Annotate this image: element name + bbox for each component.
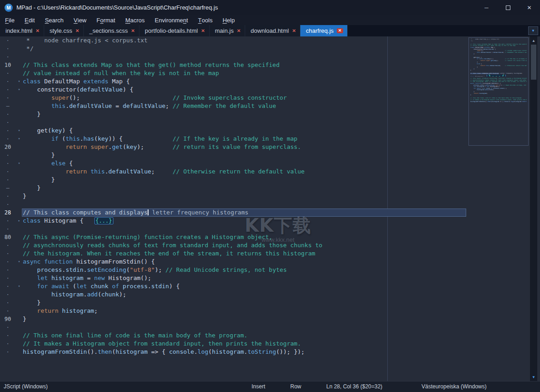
code-text[interactable]: // value instead of null when the key is… xyxy=(23,69,219,77)
code-text[interactable]: class Histogram { {...} xyxy=(23,217,113,225)
code-text[interactable]: } xyxy=(23,110,41,118)
code-line[interactable]: · let histogram = new Histogram(); xyxy=(0,274,540,282)
code-line[interactable]: 20 return super.get(key); // return its … xyxy=(0,143,540,151)
code-text[interactable]: } xyxy=(23,299,41,307)
code-text[interactable]: histogram.add(chunk); xyxy=(23,290,126,299)
code-text[interactable]: * node charfreq.js < corpus.txt xyxy=(23,36,148,45)
code-line[interactable]: ·▾ constructor(defaultValue) { xyxy=(0,86,540,94)
code-line[interactable]: 28// This class computes and displays le… xyxy=(0,209,540,217)
minimize-button[interactable]: ─ xyxy=(476,0,497,15)
menu-item-format[interactable]: Format xyxy=(92,15,120,25)
code-text[interactable]: else { xyxy=(23,159,73,168)
code-line[interactable]: ·▸class Histogram { {...} xyxy=(0,217,540,225)
code-text[interactable]: } xyxy=(23,315,26,323)
menu-item-edit[interactable]: Edit xyxy=(20,15,40,25)
fold-open-icon[interactable]: ▾ xyxy=(16,77,22,86)
fold-open-icon[interactable]: ▾ xyxy=(16,258,22,266)
code-line[interactable]: · xyxy=(0,118,540,127)
code-line[interactable]: ·// This one final line of code is the m… xyxy=(0,331,540,340)
code-text[interactable]: } xyxy=(23,192,26,200)
code-line[interactable]: ·histogramFromStdin().then(histogram => … xyxy=(0,348,540,356)
tab-main.js[interactable]: main.js✕ xyxy=(210,25,246,36)
code-line[interactable]: ·▾ if (this.has(key)) { // If the key is… xyxy=(0,135,540,143)
code-text[interactable]: return super.get(key); // return its val… xyxy=(23,143,301,151)
code-line[interactable]: · } xyxy=(0,110,540,118)
tab-download.html[interactable]: download.html✕ xyxy=(245,25,300,36)
code-line[interactable]: · return this.defaultValue; // Otherwise… xyxy=(0,168,540,176)
code-text[interactable]: */ xyxy=(23,45,33,53)
code-line[interactable]: · } xyxy=(0,299,540,307)
menu-item-environment[interactable]: Environment xyxy=(150,15,193,25)
code-line[interactable]: ·} xyxy=(0,192,540,200)
code-line[interactable]: · } xyxy=(0,151,540,159)
code-line[interactable]: · } xyxy=(0,176,540,184)
fold-open-icon[interactable]: ▾ xyxy=(16,86,22,94)
code-line[interactable]: · */ xyxy=(0,45,540,53)
code-line[interactable]: · process.stdin.setEncoding("utf-8"); //… xyxy=(0,266,540,274)
code-text[interactable]: class DefaultMap extends Map { xyxy=(23,77,130,86)
fold-open-icon[interactable]: ▾ xyxy=(16,135,22,143)
code-line[interactable]: · return histogram; xyxy=(0,307,540,315)
tab-close-icon[interactable]: ✕ xyxy=(131,29,134,33)
code-text[interactable]: this.defaultValue = defaultValue; // Rem… xyxy=(23,102,276,110)
fold-open-icon[interactable]: ▾ xyxy=(16,159,22,168)
code-line[interactable]: ·▾ for await (let chunk of process.stdin… xyxy=(0,282,540,290)
scroll-up-button[interactable]: ▲ xyxy=(530,37,537,44)
tab-close-icon[interactable]: ✕ xyxy=(75,29,79,33)
code-line[interactable]: ·▾class DefaultMap extends Map { xyxy=(0,77,540,86)
fold-open-icon[interactable]: ▾ xyxy=(16,282,22,290)
code-line[interactable]: ·// It makes a Histogram object from sta… xyxy=(0,340,540,348)
vertical-scrollbar[interactable]: ▲ ▼ xyxy=(530,36,537,381)
code-line[interactable]: – this.defaultValue = defaultValue; // R… xyxy=(0,102,540,110)
code-text[interactable]: async function histogramFromStdin() { xyxy=(23,258,155,266)
tab-close-icon[interactable]: ✕ xyxy=(201,29,205,33)
code-text[interactable]: // This class computes and displays lett… xyxy=(23,209,248,217)
code-text[interactable]: // the histogram. When it reaches the en… xyxy=(23,249,315,258)
fold-closed-icon[interactable]: ▸ xyxy=(16,217,22,225)
tab-close-icon[interactable]: ✕ xyxy=(237,29,241,33)
code-text[interactable]: process.stdin.setEncoding("utf-8"); // R… xyxy=(23,266,287,274)
tab-close-icon[interactable]: ✕ xyxy=(36,29,39,33)
code-line[interactable]: 80// This async (Promise-returning) func… xyxy=(0,233,540,241)
maximize-button[interactable] xyxy=(497,0,519,15)
code-line[interactable]: · super(); // Invoke superclass construc… xyxy=(0,94,540,102)
menu-item-help[interactable]: Help xyxy=(217,15,240,25)
code-text[interactable]: if (this.has(key)) { // If the key is al… xyxy=(23,135,298,143)
code-text[interactable]: constructor(defaultValue) { xyxy=(23,86,134,94)
code-line[interactable]: ·▾async function histogramFromStdin() { xyxy=(0,258,540,266)
menu-item-file[interactable]: File xyxy=(0,15,20,25)
menu-item-view[interactable]: View xyxy=(69,15,92,25)
code-text[interactable]: return this.defaultValue; // Otherwise r… xyxy=(23,168,304,176)
code-text[interactable]: return histogram; xyxy=(23,307,98,315)
scroll-down-button[interactable]: ▼ xyxy=(530,374,537,380)
tab-close-icon[interactable]: ✕ xyxy=(337,28,343,33)
tab-portfolio-details.html[interactable]: portfolio-details.html✕ xyxy=(139,25,210,36)
code-line[interactable]: – } xyxy=(0,184,540,192)
scrollbar-thumb[interactable] xyxy=(531,45,536,80)
tab-_sections.scss[interactable]: _sections.scss✕ xyxy=(84,25,139,36)
code-line[interactable]: ·▾ get(key) { xyxy=(0,127,540,135)
tab-style.css[interactable]: style.css✕ xyxy=(44,25,84,36)
tab-list-dropdown-button[interactable]: ▼ xyxy=(528,26,538,35)
code-text[interactable]: } xyxy=(23,184,41,192)
tab-index.html[interactable]: index.html✕ xyxy=(0,25,44,36)
code-line[interactable]: ·// asynchronously reads chunks of text … xyxy=(0,241,540,249)
menu-item-tools[interactable]: Tools xyxy=(193,15,218,25)
menu-item-search[interactable]: Search xyxy=(40,15,68,25)
code-line[interactable]: ·▾ else { xyxy=(0,159,540,168)
close-button[interactable]: ✕ xyxy=(519,0,540,15)
code-line[interactable]: 10// This class extends Map so that the … xyxy=(0,61,540,69)
code-text[interactable]: } xyxy=(23,151,55,159)
code-line[interactable]: · xyxy=(0,225,540,233)
code-text[interactable]: // This async (Promise-returning) functi… xyxy=(23,233,273,241)
code-line[interactable]: 90} xyxy=(0,315,540,323)
code-line[interactable]: ·// value instead of null when the key i… xyxy=(0,69,540,77)
code-line[interactable]: · histogram.add(chunk); xyxy=(0,290,540,299)
tab-charfreq.js[interactable]: charfreq.js✕ xyxy=(300,25,347,36)
code-text[interactable]: // This class extends Map so that the ge… xyxy=(23,61,280,69)
code-text[interactable]: // It makes a Histogram object from stan… xyxy=(23,340,301,348)
code-line[interactable]: ·// the histogram. When it reaches the e… xyxy=(0,249,540,258)
fold-open-icon[interactable]: ▾ xyxy=(16,127,22,135)
menu-item-macros[interactable]: Macros xyxy=(120,15,150,25)
tab-close-icon[interactable]: ✕ xyxy=(292,29,296,33)
